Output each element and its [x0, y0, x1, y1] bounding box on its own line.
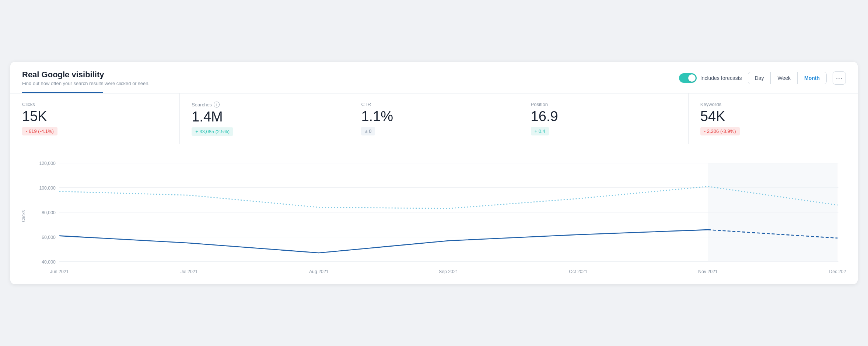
- y-label-60k: 60,000: [42, 235, 56, 240]
- metric-clicks-badge: - 619 (-4.1%): [22, 127, 57, 135]
- chart-svg: 120,000 100,000 80,000 60,000 40,000: [14, 155, 846, 277]
- x-label-jun: Jun 2021: [50, 269, 69, 274]
- metric-position-value: 16.9: [531, 109, 676, 123]
- card-title: Real Google visibility: [22, 70, 150, 80]
- period-day-button[interactable]: Day: [748, 72, 771, 84]
- metric-clicks-label: Clicks: [22, 102, 168, 107]
- metric-clicks-value: 15K: [22, 109, 168, 123]
- metric-clicks: Clicks 15K - 619 (-4.1%): [10, 93, 180, 144]
- metric-searches-badge: + 33,085 (2.5%): [192, 127, 233, 136]
- metric-keywords-label: Keywords: [700, 102, 846, 107]
- chart-container: Clicks 120,000 100,000 80,000 60,000 40,…: [14, 155, 846, 277]
- searches-info-icon[interactable]: i: [214, 102, 220, 107]
- x-label-oct: Oct 2021: [569, 269, 587, 274]
- metric-ctr-label: CTR: [361, 102, 507, 107]
- chart-area: Clicks 120,000 100,000 80,000 60,000 40,…: [10, 144, 858, 284]
- metric-position: Position 16.9 + 0.4: [519, 93, 689, 144]
- metric-ctr-value: 1.1%: [361, 109, 507, 123]
- metric-searches-label: Searches i: [192, 102, 337, 107]
- metrics-row: Clicks 15K - 619 (-4.1%) Searches i 1.4M…: [10, 93, 858, 144]
- metric-searches: Searches i 1.4M + 33,085 (2.5%): [180, 93, 349, 144]
- forecast-region: [708, 163, 837, 262]
- ellipsis-icon: ···: [836, 74, 843, 82]
- y-label-120k: 120,000: [39, 161, 56, 166]
- metric-position-badge: + 0.4: [531, 127, 549, 135]
- x-label-jul: Jul 2021: [181, 269, 198, 274]
- forecasts-toggle[interactable]: [679, 73, 697, 83]
- metric-ctr: CTR 1.1% ± 0: [349, 93, 519, 144]
- period-buttons: Day Week Month: [748, 72, 827, 84]
- x-label-sep: Sep 2021: [439, 269, 458, 274]
- card-header: Real Google visibility Find out how ofte…: [10, 62, 858, 92]
- period-month-button[interactable]: Month: [798, 72, 826, 84]
- toggle-group: Includes forecasts: [679, 73, 742, 83]
- x-label-aug: Aug 2021: [309, 269, 329, 274]
- more-options-button[interactable]: ···: [833, 71, 846, 85]
- metric-keywords-badge: - 2,206 (-3.9%): [700, 127, 740, 135]
- metric-ctr-badge: ± 0: [361, 127, 375, 135]
- toggle-label: Includes forecasts: [700, 75, 742, 81]
- metric-position-label: Position: [531, 102, 676, 107]
- y-label-100k: 100,000: [39, 186, 56, 191]
- metric-keywords: Keywords 54K - 2,206 (-3.9%): [689, 93, 858, 144]
- y-axis-label: Clicks: [21, 210, 26, 222]
- header-left: Real Google visibility Find out how ofte…: [22, 70, 150, 86]
- main-card: Real Google visibility Find out how ofte…: [10, 62, 858, 284]
- x-label-nov: Nov 2021: [698, 269, 718, 274]
- metric-searches-value: 1.4M: [192, 110, 337, 124]
- y-label-40k: 40,000: [42, 260, 56, 265]
- period-week-button[interactable]: Week: [771, 72, 798, 84]
- metric-keywords-value: 54K: [700, 109, 846, 123]
- solid-clicks-line: [59, 230, 708, 253]
- card-subtitle: Find out how often your search results w…: [22, 81, 150, 86]
- x-label-dec: Dec 202: [829, 269, 846, 274]
- y-label-80k: 80,000: [42, 210, 56, 215]
- header-right: Includes forecasts Day Week Month ···: [679, 71, 846, 85]
